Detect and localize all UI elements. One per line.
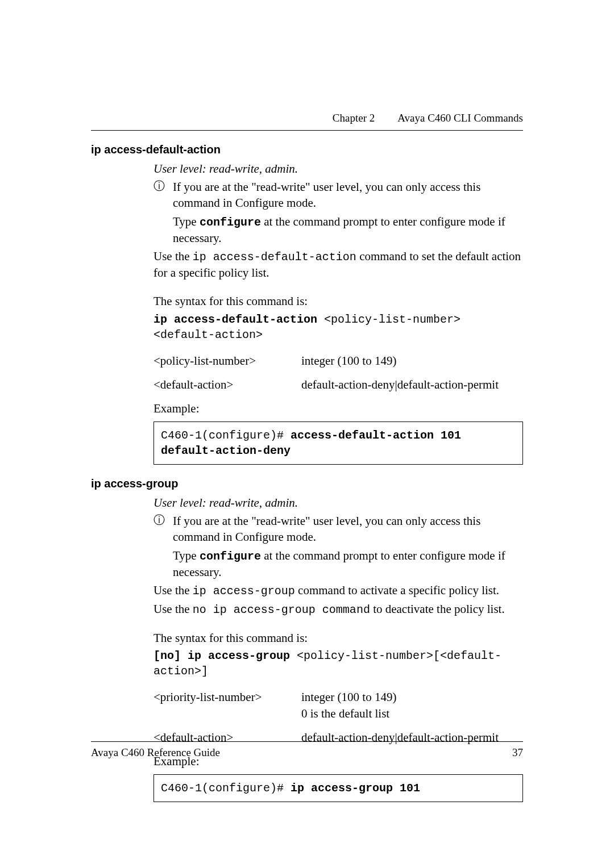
table-row: <policy-list-number> integer (100 to 149… [154,353,523,369]
param-table: <policy-list-number> integer (100 to 149… [154,353,523,393]
example-label: Example: [154,400,523,416]
page-number: 37 [512,745,523,760]
description: Use the no ip access-group command to de… [154,601,523,617]
param-key: <policy-list-number> [154,353,301,369]
user-level: User level: read-write, admin. [154,161,523,177]
header-rule [91,130,523,131]
inline-code: ip access-default-action [193,251,356,264]
footer-rule [91,741,523,742]
syntax-line: ip access-default-action <policy-list-nu… [154,312,523,343]
note-text: If you are at the "read-write" user leve… [173,513,523,545]
note-text: If you are at the "read-write" user leve… [173,179,523,211]
section-heading: ip access-group [91,476,523,491]
param-key: <default-action> [154,377,301,393]
table-row: <priority-list-number> integer (100 to 1… [154,689,523,721]
info-icon: ⓘ [154,513,165,525]
table-row: <default-action> default-action-deny|def… [154,377,523,393]
param-val: integer (100 to 149) [301,353,523,369]
param-val: integer (100 to 149) 0 is the default li… [301,689,523,721]
inline-code: ip access-group [193,585,295,598]
syntax-line: [no] ip access-group <policy-list-number… [154,648,523,679]
inline-code: no ip access-group command [193,603,370,616]
section-heading: ip access-default-action [91,142,523,157]
inline-code: configure [200,216,261,229]
param-val: default-action-deny|default-action-permi… [301,377,523,393]
user-level: User level: read-write, admin. [154,495,523,511]
param-key: <priority-list-number> [154,689,301,721]
doc-title: Avaya C460 CLI Commands [397,111,523,126]
note-subline: Type configure at the command prompt to … [173,548,523,580]
description: Use the ip access-default-action command… [154,248,523,281]
note-subline: Type configure at the command prompt to … [173,214,523,246]
code-example: C460-1(configure)# ip access-group 101 [154,774,523,802]
page-footer: Avaya C460 Reference Guide 37 [91,745,523,760]
running-header: Chapter 2 Avaya C460 CLI Commands [91,111,523,126]
info-icon: ⓘ [154,179,165,191]
syntax-label: The syntax for this command is: [154,293,523,309]
syntax-label: The syntax for this command is: [154,630,523,646]
chapter-label: Chapter 2 [333,111,375,126]
footer-doc-title: Avaya C460 Reference Guide [91,745,220,760]
param-table: <priority-list-number> integer (100 to 1… [154,689,523,745]
inline-code: configure [200,550,261,563]
description: Use the ip access-group command to activ… [154,582,523,599]
code-example: C460-1(configure)# access-default-action… [154,422,523,465]
